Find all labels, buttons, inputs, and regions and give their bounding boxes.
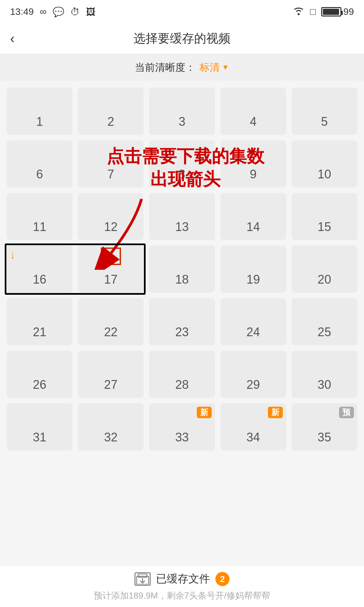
episode-badge-34: 新 bbox=[268, 407, 283, 418]
episode-cell-23[interactable]: 23 bbox=[149, 298, 215, 345]
episode-cell-24[interactable]: 24 bbox=[220, 298, 286, 345]
episode-number-34: 34 bbox=[246, 430, 260, 444]
episode-cell-26[interactable]: 26 bbox=[7, 351, 72, 398]
time-display: 13:49 bbox=[10, 6, 34, 17]
episode-number-10: 10 bbox=[317, 167, 331, 181]
quality-arrow-icon: ▼ bbox=[222, 63, 229, 72]
episode-cell-27[interactable]: 27 bbox=[78, 351, 144, 398]
episode-number-28: 28 bbox=[175, 378, 189, 392]
status-right: □ 99 bbox=[293, 6, 354, 18]
episode-cell-34[interactable]: 新34 bbox=[220, 403, 286, 451]
cached-label: 已缓存文件 bbox=[156, 572, 210, 586]
quality-label-text: 当前清晰度： bbox=[135, 61, 195, 75]
episode-number-5: 5 bbox=[321, 115, 328, 129]
episode-cell-9[interactable]: 9 bbox=[220, 140, 286, 187]
episode-cell-28[interactable]: 28 bbox=[149, 351, 215, 398]
episode-number-8: 8 bbox=[179, 167, 185, 181]
episode-grid: 123456789101112131415↓16↓171819202122232… bbox=[0, 81, 364, 457]
chat-icon: 💬 bbox=[53, 6, 64, 18]
image-icon: 🖼 bbox=[86, 6, 95, 18]
download-arrow-indicator: ↓ bbox=[10, 249, 16, 261]
episode-number-18: 18 bbox=[175, 272, 189, 287]
episode-badge-35: 预 bbox=[339, 407, 354, 418]
episode-number-14: 14 bbox=[246, 220, 260, 234]
episode-number-26: 26 bbox=[33, 378, 47, 392]
episode-cell-6[interactable]: 6 bbox=[7, 140, 72, 187]
header: ‹ 选择要缓存的视频 bbox=[0, 24, 364, 54]
episode-cell-5[interactable]: 5 bbox=[292, 88, 357, 135]
episode-cell-20[interactable]: 20 bbox=[292, 245, 357, 293]
episode-cell-1[interactable]: 1 bbox=[7, 88, 72, 135]
episode-cell-21[interactable]: 21 bbox=[7, 298, 72, 345]
episode-number-30: 30 bbox=[317, 378, 331, 392]
episode-cell-13[interactable]: 13 bbox=[149, 193, 215, 240]
episode-cell-25[interactable]: 25 bbox=[292, 298, 357, 345]
episode-number-32: 32 bbox=[104, 430, 118, 444]
episode-cell-19[interactable]: 19 bbox=[220, 245, 286, 293]
episode-number-17: 17 bbox=[104, 272, 118, 287]
episode-cell-4[interactable]: 4 bbox=[220, 88, 286, 135]
episode-number-29: 29 bbox=[246, 378, 260, 392]
episode-cell-12[interactable]: 12 bbox=[78, 193, 144, 240]
episode-number-4: 4 bbox=[250, 115, 256, 129]
episode-cell-30[interactable]: 30 bbox=[292, 351, 357, 398]
episode-cell-33[interactable]: 新33 bbox=[149, 403, 215, 451]
episode-number-7: 7 bbox=[108, 167, 114, 181]
cached-icon bbox=[134, 572, 151, 586]
back-button[interactable]: ‹ bbox=[10, 31, 14, 46]
quality-bar[interactable]: 当前清晰度： 标清 ▼ bbox=[0, 54, 364, 81]
episode-number-3: 3 bbox=[179, 115, 185, 129]
bottom-bar-top: 已缓存文件 2 bbox=[134, 572, 230, 586]
screen-icon: □ bbox=[310, 6, 316, 17]
episode-number-31: 31 bbox=[33, 430, 47, 444]
svg-point-0 bbox=[298, 13, 300, 15]
episode-number-11: 11 bbox=[33, 220, 47, 234]
episode-number-9: 9 bbox=[250, 167, 256, 181]
episode-number-33: 33 bbox=[175, 430, 189, 444]
episode-number-15: 15 bbox=[317, 220, 331, 234]
cached-count-badge: 2 bbox=[215, 572, 230, 586]
episode-cell-35[interactable]: 预35 bbox=[292, 403, 357, 451]
quality-value-text: 标清 bbox=[200, 61, 220, 75]
page-title: 选择要缓存的视频 bbox=[133, 30, 231, 47]
episode-cell-15[interactable]: 15 bbox=[292, 193, 357, 240]
wifi-icon bbox=[293, 6, 305, 18]
episode-cell-3[interactable]: 3 bbox=[149, 88, 215, 135]
episode-number-19: 19 bbox=[246, 272, 260, 287]
episode-number-12: 12 bbox=[104, 220, 118, 234]
episode-cell-32[interactable]: 32 bbox=[78, 403, 144, 451]
bottom-bar: 已缓存文件 2 预计添加189.9M，剩余7头条号开/修妈帮帮帮 bbox=[0, 565, 364, 607]
episode-number-2: 2 bbox=[108, 115, 114, 129]
episode-cell-2[interactable]: 2 bbox=[78, 88, 144, 135]
episode-cell-22[interactable]: 22 bbox=[78, 298, 144, 345]
episode-number-6: 6 bbox=[36, 167, 43, 181]
status-left: 13:49 ∞ 💬 ⏱ 🖼 bbox=[10, 6, 95, 18]
episode-cell-11[interactable]: 11 bbox=[7, 193, 72, 240]
episode-number-21: 21 bbox=[33, 325, 47, 339]
episode-cell-14[interactable]: 14 bbox=[220, 193, 286, 240]
infinite-icon: ∞ bbox=[40, 6, 47, 17]
episode-cell-29[interactable]: 29 bbox=[220, 351, 286, 398]
episode-number-25: 25 bbox=[317, 325, 331, 339]
episode-cell-16[interactable]: ↓16 bbox=[7, 245, 72, 293]
timer-icon: ⏱ bbox=[70, 6, 80, 18]
episode-number-13: 13 bbox=[175, 220, 189, 234]
status-bar: 13:49 ∞ 💬 ⏱ 🖼 □ 99 bbox=[0, 0, 364, 24]
episode-number-24: 24 bbox=[246, 325, 260, 339]
episode-number-16: 16 bbox=[33, 272, 47, 287]
episode-number-1: 1 bbox=[36, 115, 43, 129]
episode-cell-7[interactable]: 7 bbox=[78, 140, 144, 187]
episode-cell-8[interactable]: 8 bbox=[149, 140, 215, 187]
battery-display: 99 bbox=[321, 6, 354, 17]
episode-cell-10[interactable]: 10 bbox=[292, 140, 357, 187]
bottom-bar-subtitle: 预计添加189.9M，剩余7头条号开/修妈帮帮帮 bbox=[94, 590, 270, 602]
episode-cell-31[interactable]: 31 bbox=[7, 403, 72, 451]
episode-number-23: 23 bbox=[175, 325, 189, 339]
episode-number-22: 22 bbox=[104, 325, 118, 339]
episode-badge-33: 新 bbox=[197, 407, 212, 418]
quality-value-display[interactable]: 标清 ▼ bbox=[200, 61, 229, 75]
episode-cell-17[interactable]: ↓17 bbox=[78, 245, 144, 293]
download-box-indicator: ↓ bbox=[101, 248, 121, 265]
episode-number-20: 20 bbox=[317, 272, 331, 287]
episode-cell-18[interactable]: 18 bbox=[149, 245, 215, 293]
